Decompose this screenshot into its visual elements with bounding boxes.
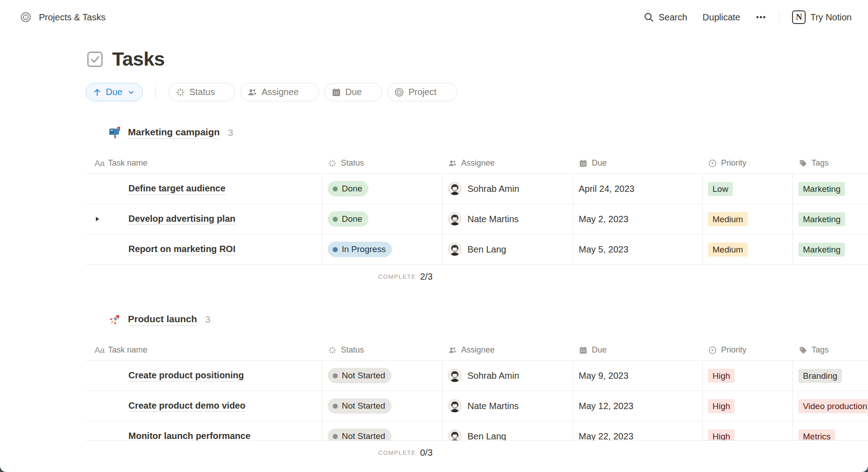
priority-cell[interactable]: Low [703, 174, 793, 204]
status-cell[interactable]: Not Started [322, 361, 443, 391]
avatar [448, 369, 462, 382]
tags-list: Metrics [798, 429, 835, 441]
status-dot-icon [333, 373, 338, 378]
task-title-link[interactable]: Develop advertising plan [128, 214, 236, 225]
calendar-icon [579, 159, 588, 168]
filter-pill-due[interactable]: Due [325, 83, 382, 101]
assignee-cell[interactable]: Nate Martins [443, 391, 573, 421]
column-header-assignee[interactable]: Assignee [443, 345, 573, 355]
page-title[interactable]: Tasks [112, 48, 165, 70]
duplicate-button[interactable]: Duplicate [703, 12, 740, 23]
priority-cell[interactable]: Medium [703, 204, 793, 234]
status-dot-icon [333, 404, 338, 409]
clipped-row-viewport: Monitor launch performance Not Started B… [86, 421, 868, 441]
chevron-down-icon [441, 88, 450, 97]
complete-aggregate[interactable]: COMPLETE 0/3 [86, 441, 443, 464]
column-header-due[interactable]: Due [573, 345, 703, 355]
tags-list: Marketing [798, 212, 845, 226]
column-header-task[interactable]: Aa Task name [86, 345, 322, 355]
status-cell[interactable]: Done [322, 174, 443, 204]
status-cell[interactable]: In Progress [322, 234, 443, 264]
try-notion-button[interactable]: N Try Notion [792, 10, 852, 24]
assignee-name: Ben Lang [467, 431, 506, 441]
filter-pill-project[interactable]: Project [387, 83, 457, 101]
row-expand-icon[interactable] [94, 234, 111, 264]
tags-cell[interactable]: Marketing [793, 204, 868, 234]
status-cell[interactable]: Done [322, 204, 443, 234]
due-cell[interactable]: May 2, 2023 [573, 204, 703, 234]
tags-cell[interactable]: Branding [793, 361, 868, 391]
assignee-name: Nate Martins [467, 401, 519, 411]
priority-cell[interactable]: Medium [703, 234, 793, 264]
assignee-name: Sohrab Amin [467, 184, 519, 194]
task-title-link[interactable]: Create product demo video [128, 400, 245, 412]
column-header-task[interactable]: Aa Task name [86, 158, 322, 168]
avatar [448, 429, 462, 441]
breadcrumb[interactable]: Projects & Tasks [20, 11, 105, 23]
filter-pill-status[interactable]: Status [169, 83, 236, 101]
tag-icon [798, 346, 807, 355]
group-header: Product launch 3 [86, 312, 868, 327]
column-header-tags[interactable]: Tags [793, 158, 868, 168]
due-cell[interactable]: May 5, 2023 [573, 234, 703, 264]
task-cell[interactable]: Create product positioning [86, 361, 322, 391]
row-expand-icon[interactable] [94, 421, 111, 441]
due-cell[interactable]: May 12, 2023 [573, 391, 703, 421]
row-expand-icon[interactable] [94, 174, 111, 204]
priority-cell[interactable]: High [703, 361, 793, 391]
group-name-link[interactable]: Marketing campaign [128, 127, 220, 139]
task-cell[interactable]: Define target audience [86, 174, 322, 204]
assignee-cell[interactable]: Ben Lang [443, 421, 573, 441]
status-icon [328, 346, 337, 355]
priority-cell[interactable]: High [703, 391, 793, 421]
task-cell[interactable]: Create product demo video [86, 391, 322, 421]
page-icon [111, 400, 123, 412]
assignee-cell[interactable]: Sohrab Amin [443, 361, 573, 391]
column-header-tags[interactable]: Tags [793, 345, 868, 355]
task-title-link[interactable]: Report on marketing ROI [128, 244, 236, 255]
tags-cell[interactable]: Marketing [793, 234, 868, 264]
due-cell[interactable]: May 9, 2023 [573, 361, 703, 391]
due-cell[interactable]: April 24, 2023 [573, 174, 703, 204]
tags-cell[interactable]: Video production [793, 391, 868, 421]
column-header-assignee[interactable]: Assignee [443, 158, 573, 168]
task-group: Product launch 3 Aa Task name Status Ass… [86, 312, 868, 464]
row-expand-icon[interactable] [94, 204, 111, 234]
column-header-priority[interactable]: Priority [703, 345, 793, 355]
column-header-status[interactable]: Status [322, 158, 443, 168]
group-name-link[interactable]: Product launch [128, 314, 197, 326]
triangle-down-icon[interactable] [95, 129, 102, 136]
filter-pill-assignee[interactable]: Assignee [241, 83, 319, 101]
arrow-up-icon [93, 88, 102, 97]
task-cell[interactable]: Report on marketing ROI [86, 234, 322, 264]
priority-cell[interactable]: High [703, 421, 793, 441]
task-title-link[interactable]: Monitor launch performance [128, 431, 250, 441]
complete-aggregate[interactable]: COMPLETE 2/3 [86, 265, 443, 288]
sort-pill-due[interactable]: Due [86, 83, 143, 101]
column-header-priority[interactable]: Priority [703, 158, 793, 168]
status-cell[interactable]: Not Started [322, 391, 443, 421]
table-row: Create product positioning Not Started S… [86, 361, 868, 391]
status-label: Done [342, 214, 362, 224]
search-button[interactable]: Search [643, 12, 687, 23]
status-cell[interactable]: Not Started [322, 421, 443, 441]
column-header-due[interactable]: Due [573, 158, 703, 168]
task-title-link[interactable]: Create product positioning [128, 370, 244, 381]
row-expand-icon[interactable] [94, 361, 111, 391]
task-cell[interactable]: Monitor launch performance [86, 421, 322, 441]
triangle-down-icon[interactable] [95, 316, 102, 323]
assignee-cell[interactable]: Ben Lang [443, 234, 573, 264]
column-header-status[interactable]: Status [322, 345, 443, 355]
page-icon [111, 183, 123, 195]
task-title-link[interactable]: Define target audience [128, 183, 226, 195]
tags-cell[interactable]: Marketing [793, 174, 868, 204]
row-expand-icon[interactable] [94, 391, 111, 421]
more-options-button[interactable] [755, 12, 766, 23]
tags-cell[interactable]: Metrics [793, 421, 868, 441]
status-icon [328, 159, 337, 168]
assignee-cell[interactable]: Nate Martins [443, 204, 573, 234]
due-date: May 22, 2023 [579, 431, 633, 441]
assignee-cell[interactable]: Sohrab Amin [443, 174, 573, 204]
due-cell[interactable]: May 22, 2023 [573, 421, 703, 441]
task-cell[interactable]: Develop advertising plan [86, 204, 322, 234]
